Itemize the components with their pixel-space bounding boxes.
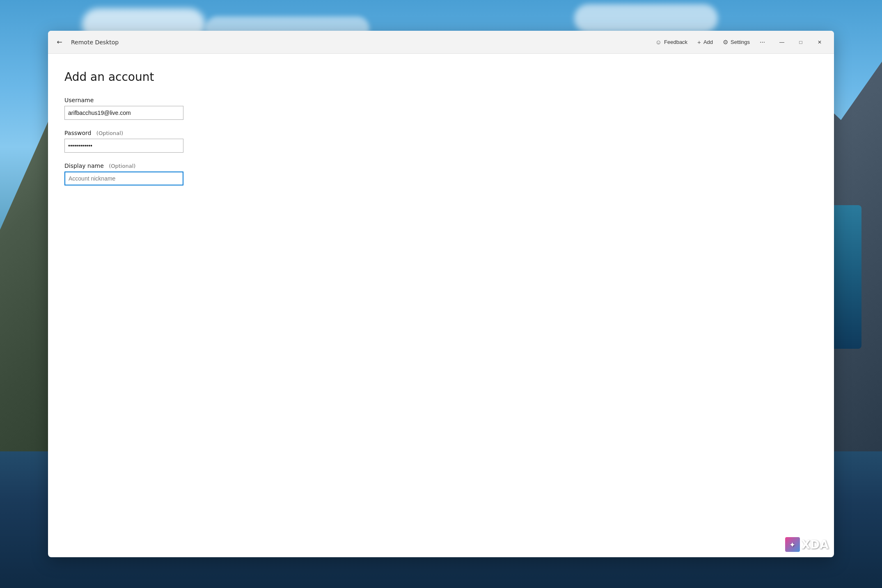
settings-button[interactable]: ⚙ Settings [719, 36, 754, 48]
xda-text: XDA [802, 538, 829, 551]
title-bar: ← Remote Desktop ☺ Feedback + Add ⚙ Sett… [48, 31, 834, 54]
add-icon: + [697, 39, 701, 46]
password-optional-label: (Optional) [96, 130, 123, 136]
title-bar-actions: ☺ Feedback + Add ⚙ Settings ⋯ [651, 36, 769, 48]
page-title: Add an account [64, 70, 818, 84]
minimize-button[interactable]: — [772, 36, 791, 49]
password-input[interactable] [64, 139, 183, 153]
xda-icon: ✦ [785, 537, 800, 552]
display-name-group: Display name (Optional) [64, 162, 818, 185]
feedback-button[interactable]: ☺ Feedback [651, 36, 692, 48]
display-name-label: Display name (Optional) [64, 162, 818, 169]
xda-watermark: ✦ XDA [785, 537, 829, 552]
feedback-label: Feedback [664, 39, 687, 45]
app-window: ← Remote Desktop ☺ Feedback + Add ⚙ Sett… [48, 31, 834, 557]
add-label: Add [703, 39, 713, 45]
username-input[interactable] [64, 106, 183, 120]
password-label: Password (Optional) [64, 130, 818, 136]
add-button[interactable]: + Add [693, 36, 717, 48]
feedback-icon: ☺ [655, 39, 662, 46]
maximize-button[interactable]: □ [791, 36, 810, 49]
password-group: Password (Optional) [64, 130, 818, 153]
display-name-optional-label: (Optional) [109, 163, 135, 169]
cloud-3 [574, 4, 718, 33]
close-button[interactable]: ✕ [810, 36, 829, 49]
window-controls: — □ ✕ [772, 36, 829, 49]
more-label: ⋯ [760, 39, 765, 45]
display-name-input[interactable] [64, 172, 183, 185]
app-title: Remote Desktop [71, 39, 119, 46]
settings-label: Settings [731, 39, 750, 45]
username-label: Username [64, 97, 818, 103]
back-button[interactable]: ← [53, 36, 66, 49]
more-button[interactable]: ⋯ [756, 37, 769, 48]
settings-icon: ⚙ [723, 39, 728, 46]
content-area: Add an account Username Password (Option… [48, 54, 834, 557]
username-group: Username [64, 97, 818, 120]
title-bar-left: ← Remote Desktop [53, 36, 651, 49]
